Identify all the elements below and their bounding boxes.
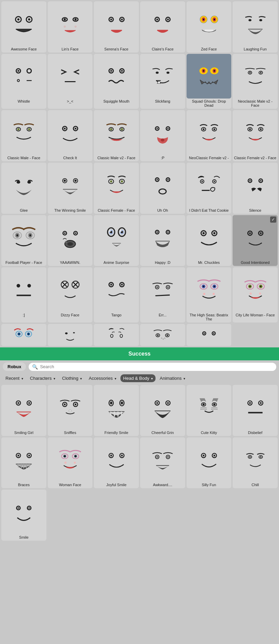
item-zed-face[interactable]: Zed Face [187,1,232,53]
svg-point-90 [121,180,123,182]
svg-point-50 [214,70,215,72]
item-joyful-smile[interactable]: Joyful Smile [94,437,139,489]
item-check-it[interactable]: Check It [48,110,93,161]
item-slickfang[interactable]: Slickfang [140,54,185,109]
tab-clothing[interactable]: Clothing ▾ [59,374,85,382]
item-partial-3[interactable] [94,324,139,346]
item-partial-1[interactable] [1,324,46,346]
item-silence[interactable]: Silence [233,163,278,214]
item-uh-oh[interactable]: Uh Oh [140,163,185,214]
item-serenas-face[interactable]: Serena's Face [94,1,139,53]
main-grid: Awesome Face Lin's Face [0,0,279,347]
search-input[interactable] [40,364,273,369]
svg-point-61 [64,128,65,129]
item-tongue[interactable]: :P [140,110,185,161]
svg-point-193 [204,333,205,334]
item-good-intentioned[interactable]: ✓ Good Intentioned [233,215,278,266]
item-smiling-girl[interactable]: Smiling Girl [1,385,46,436]
item-squiggle-mouth[interactable]: Squiggle Mouth [94,54,139,109]
svg-point-110 [29,234,31,236]
item-city-life-woman[interactable]: City Life Woman - Face [233,267,278,323]
svg-point-69 [157,128,158,129]
item-football-player-face[interactable]: Football Player - Face [1,215,46,266]
item-classic-female-v2[interactable]: Classic Female v2 - Face [233,110,278,161]
svg-point-189 [163,339,164,340]
item-neoclassic-female-v2[interactable]: NeoClassic Female v2 - [187,110,232,161]
svg-point-134 [203,232,205,234]
item-whistle[interactable]: Whistle [1,54,46,109]
search-icon: 🔍 [32,364,38,370]
item-neoclassic-male-v2[interactable]: Neoclassic Male v2 - Face [233,54,278,109]
item-partial-2[interactable] [48,324,93,346]
tab-characters[interactable]: Characters ▾ [27,374,58,382]
selected-checkmark: ✓ [270,216,276,223]
item-partial-5[interactable] [187,324,232,346]
item-didnt-eat-cookie[interactable]: I Didn't Eat That Cookie [187,163,232,214]
item-lins-face[interactable]: Lin's Face [48,1,93,53]
svg-point-186 [157,334,159,336]
svg-point-81 [27,181,31,183]
svg-point-103 [249,180,250,181]
item-anime-surprise[interactable]: Anime Surprise [94,215,139,266]
svg-point-85 [74,180,76,182]
svg-point-151 [110,284,112,285]
svg-point-226 [260,402,261,404]
item-classic-female-face[interactable]: Classic Female - Face [94,163,139,214]
svg-point-66 [121,128,123,130]
item-bracket[interactable]: :] [1,267,46,323]
item-beatrix[interactable]: The High Seas: Beatrix The [187,267,232,323]
item-sniffles[interactable]: Sniffles [48,385,93,436]
svg-point-155 [157,286,158,288]
svg-point-109 [16,234,18,236]
svg-point-163 [214,286,215,287]
item-squad-ghouls[interactable]: Squad Ghouls: Drop Dead [187,54,232,109]
item-claires-face[interactable]: Claire's Face [140,1,185,53]
item-silly-fun[interactable]: Silly Fun [187,437,232,489]
item-dizzy-face[interactable]: Dizzy Face [48,267,93,323]
item-laughing-fun[interactable]: Laughing Fun [233,1,278,53]
svg-point-138 [249,232,251,234]
item-cute-kitty[interactable]: Cute Kitty [187,385,232,436]
item-glee[interactable]: Glee [1,163,46,214]
svg-point-250 [121,454,122,456]
tab-accessories[interactable]: Accessories ▾ [86,374,119,382]
svg-point-33 [17,70,19,72]
tab-recent[interactable]: Recent ▾ [3,374,26,382]
item-smile[interactable]: Smile [1,490,46,541]
item-happy-d[interactable]: Happy :D [140,215,185,266]
svg-point-171 [260,286,261,287]
svg-point-89 [110,180,112,182]
robux-button[interactable]: Robux [3,362,26,371]
item-winning-smile[interactable]: The Winning Smile [48,163,93,214]
svg-point-34 [17,79,19,81]
svg-point-39 [110,70,112,72]
item-cheerful-grin[interactable]: Cheerful Grin [140,385,185,436]
svg-point-173 [259,293,261,295]
item-mr-chuckles[interactable]: Mr. Chuckles [187,215,232,266]
svg-point-152 [121,284,122,285]
item-chill[interactable]: Chill [233,437,278,489]
item-gtlt[interactable]: >_< [48,54,93,109]
svg-point-180 [65,332,68,334]
item-partial-4[interactable] [140,324,185,346]
item-classic-male-v2[interactable]: Classic Male v2 - Face [94,110,139,161]
item-yawn[interactable]: YAAAWWN. [48,215,93,266]
item-err[interactable]: Err... [140,267,185,323]
svg-point-207 [110,402,112,404]
svg-point-28 [248,19,251,21]
tab-head-body[interactable]: Head & Body ▾ [120,374,156,382]
item-classic-male-face[interactable]: Classic Male - Face [1,110,46,161]
svg-point-156 [167,286,169,288]
item-awesome-face[interactable]: Awesome Face [1,1,46,53]
item-tango[interactable]: Tango [94,267,139,323]
svg-point-267 [29,507,30,508]
item-braces[interactable]: Braces [1,437,46,489]
svg-point-165 [212,293,215,295]
item-disbelief[interactable]: Disbelief [233,385,278,436]
item-awkward[interactable]: Awkward.... [140,437,185,489]
svg-point-221 [203,403,205,405]
tab-animations[interactable]: Animations ▾ [157,374,188,382]
svg-point-190 [164,338,165,339]
item-friendly-smile[interactable]: Friendly Smile [94,385,139,436]
item-woman-face[interactable]: Woman Face [48,437,93,489]
